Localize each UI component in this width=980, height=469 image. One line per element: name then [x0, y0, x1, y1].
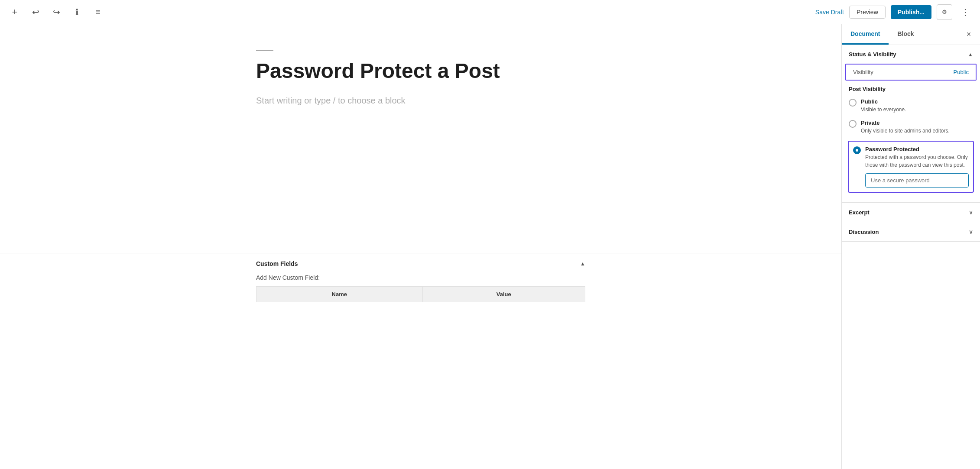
- undo-button[interactable]: ↩: [28, 4, 43, 20]
- radio-public-desc: Visible to everyone.: [861, 106, 973, 113]
- visibility-row[interactable]: Visibility Public: [845, 64, 977, 81]
- radio-private[interactable]: [849, 120, 857, 128]
- redo-icon: ↪: [53, 7, 60, 17]
- sidebar: Document Block × Status & Visibility ▲ V…: [841, 24, 980, 469]
- password-input[interactable]: [865, 173, 969, 188]
- status-visibility-section: Status & Visibility ▲ Visibility Public …: [842, 45, 980, 203]
- toolbar-left: + ↩ ↪ ℹ ≡: [7, 4, 106, 20]
- redo-button[interactable]: ↪: [49, 4, 64, 20]
- visibility-value[interactable]: Public: [954, 69, 969, 75]
- more-icon: ⋮: [961, 7, 970, 17]
- add-custom-field-label: Add New Custom Field:: [256, 274, 585, 281]
- sidebar-tabs: Document Block: [842, 24, 961, 45]
- info-button[interactable]: ℹ: [69, 4, 85, 20]
- radio-public[interactable]: [849, 99, 857, 107]
- radio-private-desc: Only visible to site admins and editors.: [861, 127, 973, 135]
- radio-private-content: Private Only visible to site admins and …: [861, 120, 973, 135]
- radio-password-desc: Protected with a password you choose. On…: [865, 153, 969, 169]
- custom-fields-table: Name Value: [256, 286, 585, 302]
- status-visibility-chevron: ▲: [968, 52, 973, 58]
- custom-fields-body: Add New Custom Field: Name Value: [239, 274, 603, 302]
- excerpt-title: Excerpt: [849, 209, 870, 216]
- discussion-section[interactable]: Discussion ∨: [842, 222, 980, 242]
- value-column-header: Value: [422, 286, 585, 302]
- radio-password[interactable]: [853, 146, 861, 154]
- excerpt-section[interactable]: Excerpt ∨: [842, 203, 980, 222]
- post-placeholder[interactable]: Start writing or type / to choose a bloc…: [256, 96, 585, 106]
- toolbar: + ↩ ↪ ℹ ≡ Save Draft Preview Publish... …: [0, 0, 980, 24]
- title-separator: [256, 50, 273, 51]
- visibility-label: Visibility: [853, 69, 873, 75]
- name-column-header: Name: [256, 286, 423, 302]
- discussion-title: Discussion: [849, 229, 879, 235]
- sidebar-header: Document Block ×: [842, 24, 980, 45]
- list-icon: ≡: [95, 7, 101, 17]
- status-visibility-title: Status & Visibility: [849, 51, 896, 58]
- radio-password-label: Password Protected: [865, 146, 969, 152]
- custom-fields-header[interactable]: Custom Fields ▲: [239, 253, 603, 274]
- status-visibility-header[interactable]: Status & Visibility ▲: [842, 45, 980, 64]
- sidebar-close-button[interactable]: ×: [961, 27, 977, 42]
- discussion-chevron-icon: ∨: [969, 228, 973, 235]
- custom-fields-collapse-icon: ▲: [580, 261, 585, 267]
- close-icon: ×: [967, 30, 971, 39]
- save-draft-button[interactable]: Save Draft: [815, 9, 844, 16]
- add-block-button[interactable]: +: [7, 4, 23, 20]
- radio-public-content: Public Visible to everyone.: [861, 98, 973, 113]
- editor-area: Password Protect a Post Start writing or…: [0, 24, 841, 469]
- more-options-button[interactable]: ⋮: [957, 4, 973, 20]
- preview-button[interactable]: Preview: [849, 6, 886, 19]
- visibility-option-public[interactable]: Public Visible to everyone.: [849, 98, 973, 113]
- toolbar-right: Save Draft Preview Publish... ⚙ ⋮: [815, 4, 973, 20]
- post-visibility-panel: Post Visibility Public Visible to everyo…: [842, 81, 980, 202]
- visibility-option-password[interactable]: Password Protected Protected with a pass…: [848, 141, 974, 193]
- excerpt-chevron-icon: ∨: [969, 209, 973, 216]
- radio-private-label: Private: [861, 120, 973, 126]
- undo-icon: ↩: [32, 7, 39, 17]
- editor-content: Password Protect a Post Start writing or…: [239, 50, 603, 123]
- info-icon: ℹ: [75, 7, 79, 17]
- post-visibility-title: Post Visibility: [849, 86, 973, 92]
- radio-public-label: Public: [861, 98, 973, 105]
- publish-button[interactable]: Publish...: [891, 5, 931, 19]
- gear-icon: ⚙: [942, 9, 947, 15]
- custom-fields-title: Custom Fields: [256, 260, 298, 267]
- main-layout: Password Protect a Post Start writing or…: [0, 24, 980, 469]
- custom-fields-section: Custom Fields ▲ Add New Custom Field: Na…: [0, 253, 841, 302]
- list-view-button[interactable]: ≡: [90, 4, 106, 20]
- visibility-option-private[interactable]: Private Only visible to site admins and …: [849, 120, 973, 135]
- tab-document[interactable]: Document: [842, 24, 889, 45]
- add-icon: +: [12, 6, 18, 18]
- tab-block[interactable]: Block: [889, 24, 922, 45]
- radio-password-content: Password Protected Protected with a pass…: [865, 146, 969, 188]
- post-title[interactable]: Password Protect a Post: [256, 60, 585, 83]
- settings-button[interactable]: ⚙: [937, 4, 952, 20]
